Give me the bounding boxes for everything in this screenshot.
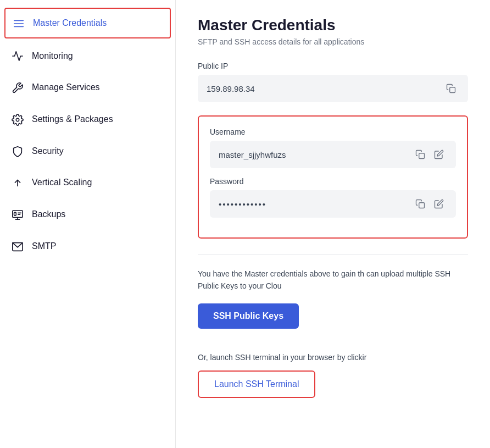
public-ip-value: 159.89.98.34 xyxy=(207,84,443,93)
copy-icon xyxy=(415,199,425,209)
edit-password-button[interactable] xyxy=(431,197,447,211)
copy-username-button[interactable] xyxy=(412,147,428,162)
main-content: Master Credentials SFTP and SSH access d… xyxy=(176,0,490,448)
sidebar-item-label: Security xyxy=(32,146,64,156)
sidebar-item-security[interactable]: Security xyxy=(0,136,175,167)
ssh-public-keys-button[interactable]: SSH Public Keys xyxy=(198,303,299,329)
username-value: master_sjjyhwfuzs xyxy=(219,150,412,159)
password-value: •••••••••••• xyxy=(219,200,412,209)
sidebar-item-settings-packages[interactable]: Settings & Packages xyxy=(0,104,175,135)
username-label: Username xyxy=(210,128,456,136)
menu-icon xyxy=(12,16,25,30)
sidebar-item-smtp[interactable]: SMTP xyxy=(0,231,175,262)
mail-icon xyxy=(11,240,24,253)
credentials-box: Username master_sjjyhwfuzs Password ••••… xyxy=(198,115,468,239)
sidebar-item-manage-services[interactable]: Manage Services xyxy=(0,72,175,103)
monitoring-icon xyxy=(11,49,24,63)
username-field-row: master_sjjyhwfuzs xyxy=(210,141,456,168)
edit-username-button[interactable] xyxy=(431,147,447,162)
settings-icon xyxy=(11,113,24,126)
svg-rect-6 xyxy=(14,212,16,215)
shield-icon xyxy=(11,145,24,158)
password-field-row: •••••••••••• xyxy=(210,190,456,218)
public-ip-label: Public IP xyxy=(198,62,468,70)
page-subtitle: SFTP and SSH access details for all appl… xyxy=(198,37,468,46)
edit-icon xyxy=(434,150,444,159)
info-text: You have the Master credentials above to… xyxy=(198,268,461,292)
upload-icon xyxy=(11,176,24,190)
password-label: Password xyxy=(210,177,456,186)
sidebar-item-backups[interactable]: Backups xyxy=(0,199,175,230)
wrench-icon xyxy=(11,81,24,94)
copy-password-button[interactable] xyxy=(412,197,428,211)
sidebar-item-label: Monitoring xyxy=(32,51,73,61)
sidebar-item-label: Backups xyxy=(32,209,65,219)
edit-icon xyxy=(434,199,444,209)
backups-icon xyxy=(11,208,24,221)
sidebar: Master Credentials Monitoring Manage Ser… xyxy=(0,0,176,448)
sidebar-item-label: Master Credentials xyxy=(33,18,107,28)
sidebar-item-label: Vertical Scaling xyxy=(32,178,92,187)
svg-rect-10 xyxy=(450,87,455,93)
copy-icon xyxy=(446,84,456,93)
sidebar-item-master-credentials[interactable]: Master Credentials xyxy=(4,8,171,38)
launch-ssh-terminal-button[interactable]: Launch SSH Terminal xyxy=(198,370,315,398)
page-title: Master Credentials xyxy=(198,16,468,34)
or-launch-text: Or, launch SSH terminal in your browser … xyxy=(198,353,461,362)
sidebar-item-label: SMTP xyxy=(32,241,56,251)
copy-public-ip-button[interactable] xyxy=(443,81,459,96)
sidebar-item-monitoring[interactable]: Monitoring xyxy=(0,41,175,71)
sidebar-item-label: Manage Services xyxy=(32,82,100,92)
svg-rect-12 xyxy=(419,203,425,208)
divider xyxy=(198,254,468,255)
sidebar-item-label: Settings & Packages xyxy=(32,114,113,124)
svg-rect-11 xyxy=(419,153,425,159)
svg-point-3 xyxy=(16,118,19,121)
public-ip-section: Public IP 159.89.98.34 xyxy=(198,62,468,102)
copy-icon xyxy=(415,150,425,159)
sidebar-item-vertical-scaling[interactable]: Vertical Scaling xyxy=(0,168,175,198)
public-ip-field-row: 159.89.98.34 xyxy=(198,75,468,102)
